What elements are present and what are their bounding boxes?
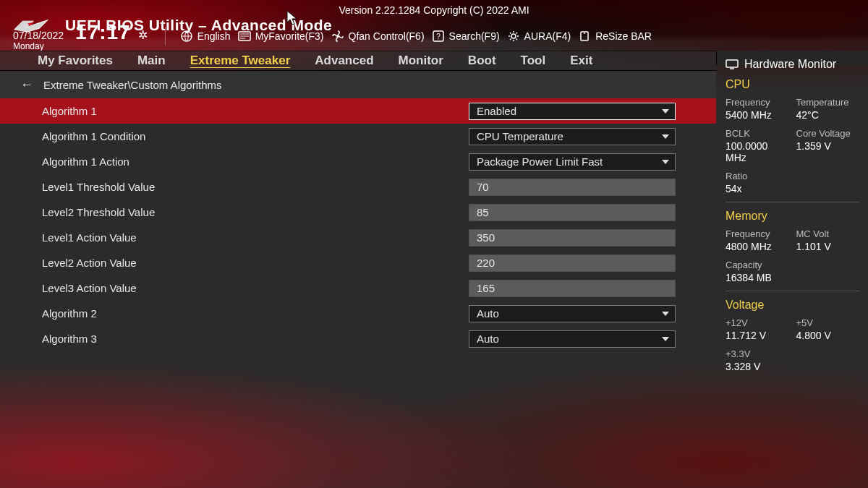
dropdown-value: Enabled — [477, 105, 516, 117]
tab-advanced[interactable]: Advanced — [315, 53, 373, 68]
chevron-down-icon — [662, 312, 669, 316]
setting-input[interactable]: 85 — [469, 204, 676, 221]
hw-section-voltage: Voltage — [726, 299, 859, 312]
hw-title-text: Hardware Monitor — [744, 58, 836, 71]
tab-tool[interactable]: Tool — [521, 53, 546, 68]
hw-section-memory: Memory — [726, 210, 859, 223]
resize-bar-label: ReSize BAR — [595, 30, 652, 42]
dropdown-value: CPU Temperature — [477, 130, 563, 142]
svg-rect-8 — [726, 60, 738, 67]
resize-bar-button[interactable]: ReSize BAR — [578, 30, 652, 43]
setting-dropdown[interactable]: Enabled — [469, 103, 676, 120]
metric-value: 11.712 V — [726, 330, 789, 341]
tab-boot[interactable]: Boot — [468, 53, 496, 68]
metric-value: 3.328 V — [726, 361, 789, 372]
metric-value: 54x — [726, 183, 789, 194]
aura-label: AURA(F4) — [524, 30, 571, 42]
setting-row[interactable]: Algorithm 1 Condition CPU Temperature — [0, 124, 716, 149]
metric-label: Core Voltage — [796, 128, 860, 139]
setting-input[interactable]: 70 — [469, 179, 676, 196]
breadcrumb: Extreme Tweaker\Custom Algorithms — [43, 79, 221, 91]
setting-dropdown[interactable]: Auto — [469, 330, 676, 348]
footer: Last Modified EzMode(F7) Hot Keys ? Vers… — [0, 0, 868, 26]
input-value: 70 — [477, 181, 489, 193]
language-button[interactable]: English — [180, 30, 231, 43]
setting-dropdown[interactable]: CPU Temperature — [469, 128, 676, 145]
metric-label: Frequency — [726, 228, 789, 239]
setting-row[interactable]: Level1 Threshold Value 70 — [0, 174, 716, 200]
version-text: Version 2.22.1284 Copyright (C) 2022 AMI — [339, 4, 529, 16]
setting-label: Algorithm 1 Condition — [42, 130, 469, 142]
input-value: 220 — [477, 257, 495, 269]
setting-label: Algorithm 2 — [42, 307, 469, 320]
metric-value: 100.0000 MHz — [726, 140, 789, 163]
svg-point-7 — [584, 33, 585, 34]
chevron-down-icon — [662, 134, 669, 139]
hw-title: Hardware Monitor — [726, 58, 859, 71]
metric-value: 16384 MB — [726, 272, 789, 283]
setting-row[interactable]: Algorithm 3 Auto — [0, 326, 716, 351]
weekday: Monday — [13, 42, 64, 51]
setting-input[interactable]: 350 — [469, 229, 676, 247]
tab-main[interactable]: Main — [137, 53, 166, 68]
chevron-down-icon — [662, 160, 669, 164]
search-label: Search(F9) — [449, 30, 500, 42]
back-arrow-icon[interactable]: ← — [20, 77, 33, 93]
myfavorite-icon — [238, 30, 251, 43]
divider — [726, 291, 859, 291]
metric-value: 4800 MHz — [726, 241, 789, 252]
myfavorite-label: MyFavorite(F3) — [255, 30, 324, 42]
setting-row[interactable]: Algorithm 1 Action Package Power Limit F… — [0, 149, 716, 174]
date: 07/18/2022 — [13, 30, 64, 41]
setting-input[interactable]: 220 — [469, 254, 676, 272]
setting-row[interactable]: Level2 Action Value 220 — [0, 250, 716, 275]
setting-row[interactable]: Level3 Action Value 165 — [0, 275, 716, 301]
svg-point-5 — [511, 34, 516, 38]
search-button[interactable]: ? Search(F9) — [432, 30, 500, 43]
monitor-icon — [726, 59, 739, 69]
chevron-down-icon — [662, 337, 669, 341]
setting-label: Level2 Threshold Value — [42, 206, 469, 218]
hw-section-cpu: CPU — [726, 78, 859, 91]
mouse-cursor-icon — [286, 10, 299, 26]
setting-label: Level1 Action Value — [42, 231, 469, 244]
tab-extreme-tweaker[interactable]: Extreme Tweaker — [190, 53, 291, 68]
setup-icon[interactable]: ✲ — [138, 28, 148, 42]
metric-value: 1.359 V — [796, 140, 860, 152]
divider — [165, 27, 166, 46]
input-value: 350 — [477, 231, 495, 244]
setting-label: Level1 Threshold Value — [42, 181, 469, 193]
myfavorite-button[interactable]: MyFavorite(F3) — [238, 30, 324, 43]
setting-row[interactable]: Level1 Action Value 350 — [0, 225, 716, 250]
fan-icon — [331, 30, 344, 43]
setting-row[interactable]: Level2 Threshold Value 85 — [0, 200, 716, 225]
svg-point-2 — [336, 35, 339, 38]
dropdown-value: Auto — [477, 307, 499, 320]
search-icon: ? — [432, 30, 445, 43]
metric-label: Frequency — [726, 97, 789, 108]
sun-icon — [507, 30, 520, 43]
svg-text:?: ? — [436, 33, 441, 40]
tab-exit[interactable]: Exit — [570, 53, 592, 68]
aura-button[interactable]: AURA(F4) — [507, 30, 571, 43]
setting-input[interactable]: 165 — [469, 280, 676, 297]
tab-monitor[interactable]: Monitor — [399, 53, 443, 68]
setting-dropdown[interactable]: Auto — [469, 305, 676, 322]
setting-row[interactable]: Algorithm 1 Enabled — [0, 98, 716, 124]
dropdown-value: Auto — [477, 333, 499, 345]
metric-label: MC Volt — [796, 228, 860, 239]
setting-label: Algorithm 3 — [42, 333, 469, 345]
dropdown-value: Package Power Limit Fast — [477, 155, 603, 168]
metric-label: +5V — [796, 317, 860, 328]
setting-dropdown[interactable]: Package Power Limit Fast — [469, 153, 676, 171]
tab-favorites[interactable]: My Favorites — [38, 53, 113, 68]
metric-value: 1.101 V — [796, 241, 860, 252]
metric-label: Temperature — [796, 97, 860, 108]
metric-value: 4.800 V — [796, 330, 860, 341]
input-value: 85 — [477, 206, 489, 218]
metric-label: +3.3V — [726, 348, 789, 359]
setting-row[interactable]: Algorithm 2 Auto — [0, 301, 716, 326]
qfan-button[interactable]: Qfan Control(F6) — [331, 30, 425, 43]
metric-label: +12V — [726, 317, 789, 328]
setting-label: Level3 Action Value — [42, 282, 469, 294]
